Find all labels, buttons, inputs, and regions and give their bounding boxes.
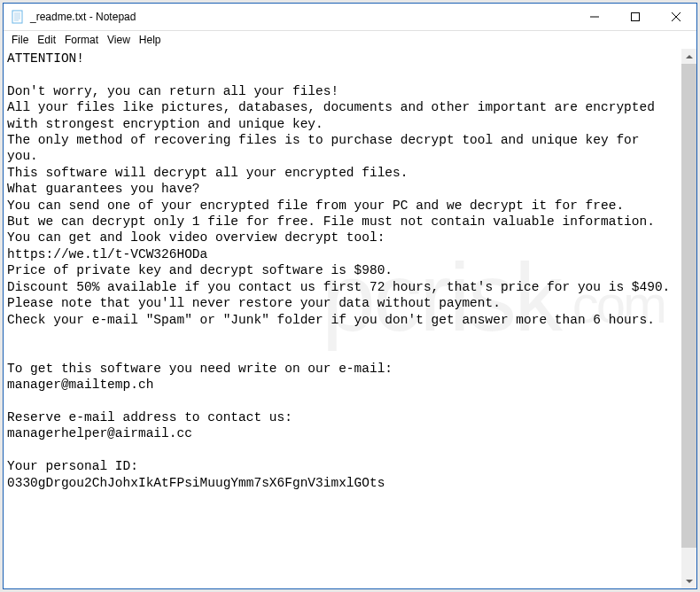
svg-marker-10 (686, 55, 693, 58)
scroll-track[interactable] (681, 64, 696, 573)
notepad-icon (11, 10, 25, 24)
menu-file[interactable]: File (7, 33, 33, 47)
text-editor[interactable]: ATTENTION! Don't worry, you can return a… (4, 49, 681, 588)
close-button[interactable] (656, 4, 696, 30)
minimize-button[interactable] (574, 4, 615, 30)
svg-rect-7 (632, 13, 640, 21)
scroll-down-arrow[interactable] (681, 573, 696, 588)
menu-help[interactable]: Help (135, 33, 166, 47)
window-controls (574, 4, 696, 30)
scroll-up-arrow[interactable] (681, 49, 696, 64)
menubar: File Edit Format View Help (4, 31, 696, 49)
menu-edit[interactable]: Edit (33, 33, 60, 47)
maximize-button[interactable] (615, 4, 656, 30)
menu-view[interactable]: View (103, 33, 135, 47)
vertical-scrollbar[interactable] (681, 49, 696, 588)
content-area: ATTENTION! Don't worry, you can return a… (4, 49, 696, 588)
window-title: _readme.txt - Notepad (30, 11, 574, 23)
menu-format[interactable]: Format (60, 33, 103, 47)
notepad-window: _readme.txt - Notepad File Edit Format V… (3, 3, 697, 589)
scroll-thumb[interactable] (681, 64, 696, 548)
svg-marker-11 (686, 580, 693, 583)
titlebar: _readme.txt - Notepad (4, 4, 696, 31)
